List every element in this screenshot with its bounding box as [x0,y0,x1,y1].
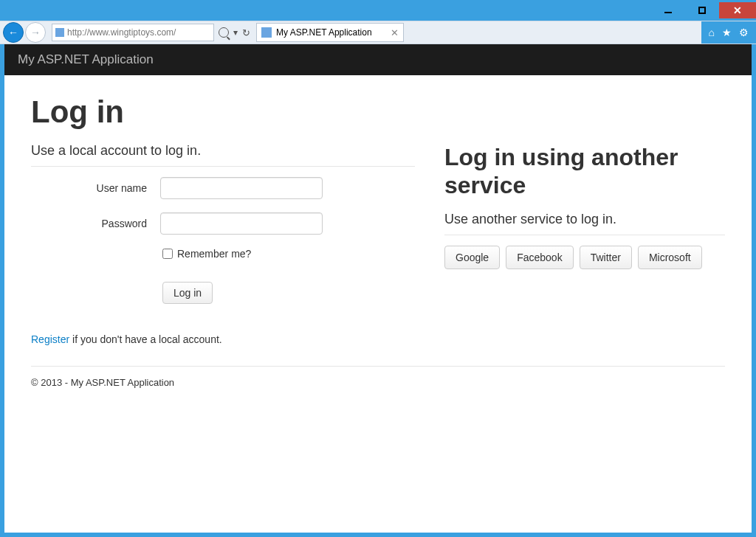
favorites-icon[interactable]: ★ [722,27,732,38]
nav-forward-button[interactable]: → [25,22,46,43]
provider-twitter-button[interactable]: Twitter [580,246,632,269]
navbar-brand[interactable]: My ASP.NET Application [18,52,154,67]
external-login-subheading: Use another service to log in. [444,212,725,227]
refresh-icon[interactable]: ↻ [242,27,250,38]
window-close-button[interactable]: ✕ [719,2,756,18]
remember-me-label: Remember me? [177,248,251,260]
tab-close-button[interactable]: ✕ [391,27,399,38]
page-title: Log in [31,94,725,130]
username-label: User name [31,182,160,194]
nav-back-button[interactable]: ← [3,22,24,43]
page-favicon-icon [55,28,64,37]
footer-divider [31,366,725,367]
settings-gear-icon[interactable]: ⚙ [739,27,749,38]
footer-text: © 2013 - My ASP.NET Application [31,377,725,388]
login-button[interactable]: Log in [162,282,213,304]
window-maximize-button[interactable] [685,2,719,18]
provider-microsoft-button[interactable]: Microsoft [638,246,702,269]
username-input[interactable] [160,177,323,199]
browser-tab[interactable]: My ASP.NET Application ✕ [256,23,404,42]
local-login-heading: Use a local account to log in. [31,143,415,159]
password-input[interactable] [160,212,323,235]
divider [31,166,415,167]
provider-google-button[interactable]: Google [444,246,500,269]
window-titlebar: ✕ [0,0,756,21]
search-icon[interactable] [219,27,229,38]
window-minimize-button[interactable] [651,2,685,18]
password-label: Password [31,218,160,229]
register-line: Register if you don't have a local accou… [31,333,415,345]
divider [444,235,725,235]
home-icon[interactable]: ⌂ [709,27,715,38]
remember-me-checkbox[interactable] [162,249,173,259]
external-login-title: Log in using another service [444,143,725,200]
arrow-right-icon: → [30,27,41,38]
register-link[interactable]: Register [31,333,69,345]
browser-toolbar: ← → http://www.wingtiptoys.com/ ▾ ↻ My A… [0,21,756,44]
arrow-left-icon: ← [8,27,18,38]
provider-facebook-button[interactable]: Facebook [506,246,573,269]
external-providers: Google Facebook Twitter Microsoft [444,246,725,269]
site-navbar: My ASP.NET Application [4,44,752,75]
address-bar-url: http://www.wingtiptoys.com/ [67,27,176,38]
tab-favicon-icon [261,27,272,38]
page-viewport: My ASP.NET Application Log in Use a loca… [4,44,752,533]
address-bar[interactable]: http://www.wingtiptoys.com/ [52,24,214,41]
register-suffix: if you don't have a local account. [69,333,222,345]
tab-title: My ASP.NET Application [276,27,372,38]
dropdown-indicator[interactable]: ▾ [233,27,238,38]
